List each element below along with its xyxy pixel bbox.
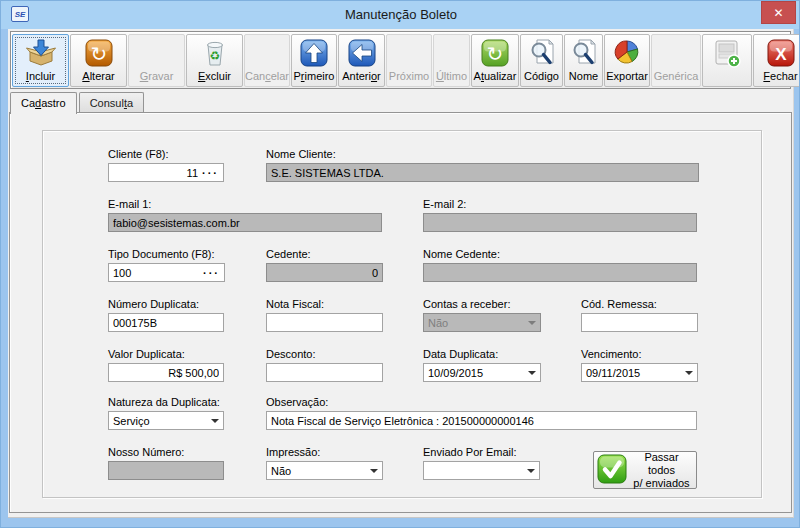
toolbar: Incluir ↻ Alterar Gravar bbox=[10, 31, 791, 89]
ellipsis-icon[interactable]: ··· bbox=[202, 170, 219, 176]
add-box-icon bbox=[25, 36, 57, 70]
tipo-documento-lookup-field[interactable]: 100 ··· bbox=[108, 263, 225, 282]
valor-duplicata-field[interactable]: R$ 500,00 bbox=[108, 363, 224, 382]
close-icon: ✕ bbox=[773, 6, 783, 20]
gravar-label: Gravar bbox=[138, 70, 176, 83]
check-icon bbox=[597, 454, 627, 486]
codigo-label: Código bbox=[522, 70, 561, 83]
nome-label: Nome bbox=[567, 70, 600, 83]
numero-duplicata-label: Número Duplicata: bbox=[108, 298, 199, 310]
passar-todos-enviados-button[interactable]: Passar todosp/ enviados bbox=[593, 451, 697, 489]
primeiro-button[interactable]: Primeiro bbox=[291, 34, 337, 87]
atualizar-button[interactable]: ↻ Atualizar bbox=[471, 34, 519, 87]
nota-fiscal-field[interactable] bbox=[266, 313, 383, 332]
nome-cedente-label: Nome Cedente: bbox=[423, 248, 500, 260]
excluir-button[interactable]: ♻ Excluir bbox=[186, 34, 243, 87]
ultimo-label: Último bbox=[434, 70, 469, 83]
chevron-down-icon[interactable] bbox=[528, 371, 536, 375]
chevron-down-icon[interactable] bbox=[211, 419, 219, 423]
nosso-numero-field bbox=[108, 461, 224, 480]
close-x-red-icon: X bbox=[765, 36, 797, 70]
search-doc-icon bbox=[568, 36, 600, 70]
nome-cliente-label: Nome Cliente: bbox=[266, 148, 336, 160]
alterar-button[interactable]: ↻ Alterar bbox=[70, 34, 127, 87]
incluir-label: Incluir bbox=[24, 70, 57, 83]
chevron-down-icon[interactable] bbox=[685, 371, 693, 375]
window-close-button[interactable]: ✕ bbox=[761, 1, 796, 24]
maintenance-window: SE Manutenção Boleto ✕ Incluir bbox=[0, 0, 800, 528]
natureza-combo[interactable]: Serviço bbox=[108, 411, 224, 430]
arrow-up-blue-icon bbox=[298, 36, 330, 70]
pie-chart-icon bbox=[611, 36, 643, 70]
tab-cadastro[interactable]: Cadastro bbox=[10, 92, 77, 114]
cancelar-button: Cancelar bbox=[244, 34, 290, 87]
refresh-orange-icon: ↻ bbox=[83, 36, 115, 70]
codigo-button[interactable]: Código bbox=[520, 34, 563, 87]
passar-todos-label: Passar todosp/ enviados bbox=[630, 451, 693, 490]
cod-remessa-label: Cód. Remessa: bbox=[581, 298, 657, 310]
tipo-documento-label: Tipo Documento (F8): bbox=[108, 248, 215, 260]
cliente-lookup-field[interactable]: 11 ··· bbox=[108, 163, 224, 182]
trash-recycle-icon: ♻ bbox=[199, 36, 231, 70]
cod-remessa-field[interactable] bbox=[581, 313, 698, 332]
chevron-down-icon bbox=[528, 321, 536, 325]
nosso-numero-label: Nosso Número: bbox=[108, 446, 184, 458]
impressao-label: Impressão: bbox=[266, 446, 320, 458]
window-title: Manutenção Boleto bbox=[1, 7, 800, 22]
contas-receber-combo: Não bbox=[423, 313, 541, 332]
cliente-label: Cliente (F8): bbox=[108, 148, 169, 160]
cancelar-label: Cancelar bbox=[243, 70, 291, 83]
data-duplicata-label: Data Duplicata: bbox=[423, 348, 498, 360]
title-bar: SE Manutenção Boleto ✕ bbox=[1, 1, 800, 29]
form-groupbox: Cliente (F8): 11 ··· Nome Cliente: S.E. … bbox=[42, 130, 762, 498]
desconto-field[interactable] bbox=[266, 363, 383, 382]
cedente-label: Cedente: bbox=[266, 248, 311, 260]
excluir-label: Excluir bbox=[196, 70, 233, 83]
nome-button[interactable]: Nome bbox=[564, 34, 603, 87]
tab-consulta[interactable]: Consulta bbox=[79, 92, 144, 112]
anterior-label: Anterior bbox=[340, 70, 383, 83]
generica-button: Genérica bbox=[651, 34, 701, 87]
vencimento-combo[interactable]: 09/11/2015 bbox=[581, 363, 698, 382]
incluir-button[interactable]: Incluir bbox=[12, 34, 69, 87]
desconto-label: Desconto: bbox=[266, 348, 316, 360]
vencimento-label: Vencimento: bbox=[581, 348, 642, 360]
anterior-button[interactable]: Anterior bbox=[338, 34, 385, 87]
contas-receber-label: Contas a receber: bbox=[423, 298, 510, 310]
observacao-label: Observação: bbox=[266, 396, 328, 408]
generica-label: Genérica bbox=[652, 70, 701, 83]
svg-text:♻: ♻ bbox=[209, 49, 220, 63]
email1-field: fabio@sesistemas.com.br bbox=[108, 213, 382, 232]
svg-text:↻: ↻ bbox=[90, 42, 107, 66]
ellipsis-icon[interactable]: ··· bbox=[203, 270, 220, 276]
tab-strip: Cadastro Consulta bbox=[10, 89, 146, 113]
exportar-button[interactable]: Exportar bbox=[604, 34, 650, 87]
email1-label: E-mail 1: bbox=[108, 198, 151, 210]
valor-duplicata-label: Valor Duplicata: bbox=[108, 348, 185, 360]
chevron-down-icon[interactable] bbox=[527, 469, 535, 473]
data-duplicata-combo[interactable]: 10/09/2015 bbox=[423, 363, 541, 382]
enviado-email-label: Enviado Por Email: bbox=[423, 446, 517, 458]
report-add-icon bbox=[711, 36, 743, 70]
client-area: Incluir ↻ Alterar Gravar bbox=[8, 29, 794, 518]
cedente-field: 0 bbox=[266, 263, 383, 282]
email2-field bbox=[423, 213, 697, 232]
chevron-down-icon[interactable] bbox=[370, 469, 378, 473]
natureza-label: Natureza da Duplicata: bbox=[108, 396, 220, 408]
alterar-label: Alterar bbox=[80, 70, 116, 83]
svg-text:↻: ↻ bbox=[487, 42, 504, 66]
arrow-left-blue-icon bbox=[346, 36, 378, 70]
numero-duplicata-field[interactable]: 000175B bbox=[108, 313, 224, 332]
impressao-combo[interactable]: Não bbox=[266, 461, 383, 480]
report-add-button[interactable] bbox=[702, 34, 752, 87]
refresh-green-icon: ↻ bbox=[479, 36, 511, 70]
svg-text:X: X bbox=[775, 45, 787, 64]
enviado-email-combo[interactable] bbox=[423, 461, 540, 480]
nome-cedente-field bbox=[423, 263, 697, 282]
atualizar-label: Atualizar bbox=[472, 70, 519, 83]
observacao-field[interactable]: Nota Fiscal de Serviço Eletrônica : 2015… bbox=[266, 411, 697, 430]
email2-label: E-mail 2: bbox=[423, 198, 466, 210]
nota-fiscal-label: Nota Fiscal: bbox=[266, 298, 324, 310]
fechar-button[interactable]: X Fechar bbox=[753, 34, 800, 87]
proximo-button: Próximo bbox=[386, 34, 432, 87]
